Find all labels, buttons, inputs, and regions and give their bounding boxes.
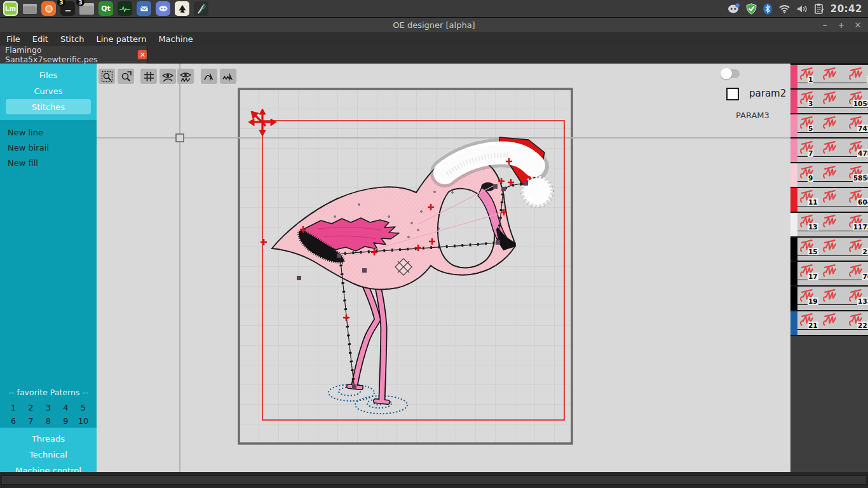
menu-edit[interactable]: Edit [27, 33, 54, 45]
favorite-pattern-9[interactable]: 9 [60, 416, 72, 426]
favorite-pattern-7[interactable]: 7 [25, 416, 37, 426]
zoom-fit-button[interactable] [118, 69, 134, 84]
firefox-icon[interactable] [41, 1, 56, 16]
thread-icon[interactable]: 21 [848, 238, 864, 254]
menu-stitch[interactable]: Stitch [55, 33, 90, 45]
thread-icon[interactable] [822, 238, 837, 254]
select-stitches-button[interactable] [220, 69, 236, 84]
thread-row[interactable]: 31056 [790, 88, 868, 113]
file-windows-icon[interactable]: 3 [79, 1, 94, 16]
sidebar-item-files[interactable]: Files [0, 67, 97, 83]
toggle-grid-button[interactable] [140, 69, 157, 84]
thread-color-swatch[interactable] [790, 238, 797, 261]
thread-icon[interactable]: 1172 [848, 214, 864, 229]
qt-creator-icon[interactable]: Qt [98, 1, 113, 16]
thread-color-swatch[interactable] [790, 311, 797, 335]
minimize-button[interactable]: – [820, 20, 830, 30]
thread-icon[interactable]: 478 [848, 140, 864, 156]
sidebar-item-machine-control[interactable]: Machine control [0, 463, 97, 472]
bluetooth-icon[interactable] [763, 3, 772, 15]
thread-icon[interactable]: 221 [848, 312, 864, 328]
menu-machine[interactable]: Machine [153, 33, 198, 45]
thread-color-swatch[interactable] [790, 287, 797, 310]
thread-icon[interactable]: 13 [799, 214, 815, 229]
sidebar-tool-new-line[interactable]: New line [0, 125, 97, 140]
thread-icon[interactable] [822, 165, 837, 180]
thread-row[interactable]: 95850 [790, 162, 868, 187]
toggle-knob[interactable] [721, 68, 732, 79]
thread-row[interactable]: 1521 [790, 236, 868, 261]
favorite-pattern-5[interactable]: 5 [77, 403, 90, 412]
terminal-windows-icon[interactable]: 3 [60, 1, 75, 16]
favorite-pattern-4[interactable]: 4 [60, 403, 72, 412]
thread-icon[interactable] [822, 115, 837, 131]
maximize-button[interactable]: + [836, 20, 846, 30]
thread-icon[interactable]: 17 [799, 263, 815, 279]
close-button[interactable]: ✕ [853, 20, 863, 30]
thread-icon[interactable]: 21 [799, 312, 815, 328]
thread-row[interactable]: 1776 [790, 261, 868, 285]
tab-close-icon[interactable]: ✕ [137, 50, 147, 60]
select-curves-button[interactable] [201, 69, 217, 84]
thread-color-swatch[interactable] [790, 114, 797, 138]
sidebar-tool-new-birail[interactable]: New birail [0, 140, 97, 155]
thread-color-swatch[interactable] [790, 213, 797, 236]
sidebar-item-curves[interactable]: Curves [0, 83, 97, 98]
thread-icon[interactable] [822, 90, 837, 106]
mail-icon[interactable] [137, 1, 151, 16]
favorite-pattern-6[interactable]: 6 [7, 416, 20, 426]
sidebar-item-stitches[interactable]: Stitches [6, 99, 91, 114]
thread-icon[interactable] [822, 214, 837, 229]
thread-color-swatch[interactable] [790, 90, 797, 113]
thread-icon[interactable]: 1056 [848, 90, 864, 106]
thread-row[interactable]: 11604 [790, 187, 868, 212]
thread-row[interactable]: 131172 [790, 212, 868, 236]
clipboard-manager-icon[interactable] [815, 3, 824, 15]
menu-file[interactable]: File [1, 33, 26, 45]
document-tab[interactable]: Flamingo Santa5x7sewterific.pes ✕ [0, 46, 148, 64]
thread-icon[interactable] [822, 66, 837, 82]
favorite-pattern-8[interactable]: 8 [42, 416, 55, 426]
favorite-pattern-1[interactable]: 1 [7, 403, 20, 412]
embroidery-needle-icon[interactable] [194, 1, 208, 16]
sidebar-item-technical[interactable]: Technical [0, 447, 97, 462]
thread-color-swatch[interactable] [790, 139, 797, 162]
guide-handle[interactable] [176, 134, 184, 142]
show-stitches-button[interactable] [177, 69, 194, 84]
thread-icon[interactable]: 11 [799, 189, 815, 205]
zoom-area-button[interactable] [98, 69, 115, 84]
thread-icon[interactable] [822, 263, 837, 279]
thread-icon[interactable]: 76 [848, 263, 864, 279]
show-desktop-icon[interactable] [22, 1, 37, 16]
discord-tray-icon[interactable] [728, 3, 740, 15]
thread-icon[interactable]: 747 [848, 115, 864, 131]
sidebar-tool-new-fill[interactable]: New fill [0, 155, 97, 170]
thread-color-swatch[interactable] [790, 262, 797, 285]
favorite-pattern-10[interactable]: 10 [77, 416, 90, 426]
sidebar-item-threads[interactable]: Threads [0, 431, 97, 446]
menu-line-pattern[interactable]: Line pattern [90, 33, 152, 45]
thread-color-swatch[interactable] [790, 163, 797, 187]
discord-icon[interactable] [156, 1, 170, 16]
mint-menu-icon[interactable]: Lm [3, 1, 18, 16]
antivirus-shield-icon[interactable] [746, 3, 757, 15]
thread-color-swatch[interactable] [790, 188, 797, 212]
param2-checkbox[interactable] [726, 88, 739, 100]
favorite-pattern-2[interactable]: 2 [25, 403, 37, 412]
thread-icon[interactable]: 9 [799, 165, 815, 180]
thread-icon[interactable]: 5 [799, 115, 815, 131]
thread-icon[interactable] [822, 312, 837, 328]
show-curves-button[interactable] [159, 69, 176, 84]
thread-icon[interactable]: 1 [799, 66, 815, 82]
thread-icon[interactable]: 1 [848, 66, 864, 82]
thread-icon[interactable] [822, 140, 837, 156]
thread-row[interactable]: 19133 [790, 285, 868, 310]
thread-icon[interactable]: 15 [799, 238, 815, 254]
volume-icon[interactable] [797, 4, 808, 13]
thread-icon[interactable]: 604 [848, 189, 864, 205]
thread-row[interactable]: 11 [790, 64, 868, 88]
system-monitor-icon[interactable] [118, 1, 132, 16]
thread-row[interactable]: 21221 [790, 310, 868, 336]
thread-icon[interactable]: 133 [848, 288, 864, 304]
favorite-pattern-3[interactable]: 3 [42, 403, 55, 412]
